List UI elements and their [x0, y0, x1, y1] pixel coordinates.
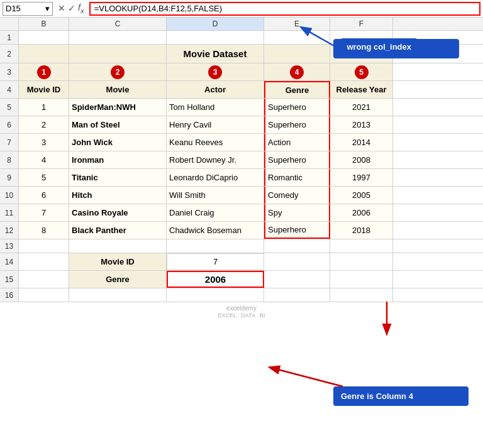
row-7: 7 3 John Wick Keanu Reeves Action 2014 [0, 134, 483, 151]
cell-d11[interactable]: Daniel Craig [167, 204, 264, 221]
fx-icon: fx [78, 3, 84, 14]
cell-b2[interactable] [19, 45, 69, 63]
cell-f14[interactable] [330, 253, 393, 270]
cell-f12[interactable]: 2018 [330, 222, 393, 239]
row-13: 13 [0, 239, 483, 253]
cell-b15[interactable] [19, 271, 69, 288]
cell-b6[interactable]: 2 [19, 116, 69, 133]
cell-b1[interactable] [19, 31, 69, 45]
col-header-b[interactable]: B [19, 18, 69, 30]
row-3: 3 1 2 3 4 5 [0, 63, 483, 81]
cell-b14[interactable] [19, 253, 69, 270]
cell-e1[interactable] [264, 31, 330, 45]
cell-f15[interactable] [330, 271, 393, 288]
formula-text: =VLOOKUP(D14,B4:F12,5,FALSE) [94, 4, 222, 13]
row-15: 15 Genre 2006 [0, 271, 483, 288]
row-num-1: 1 [0, 31, 19, 44]
cell-e15[interactable] [264, 271, 330, 288]
cell-b13[interactable] [19, 239, 69, 253]
cell-f5[interactable]: 2021 [330, 99, 393, 116]
spreadsheet-container: D15 ▾ ✕ ✓ fx =VLOOKUP(D14,B4:F12,5,FALSE… [0, 0, 483, 321]
badge-2-cell: 2 [69, 63, 167, 80]
cell-d16[interactable] [167, 288, 264, 302]
formula-bar: D15 ▾ ✕ ✓ fx =VLOOKUP(D14,B4:F12,5,FALSE… [0, 0, 483, 18]
cell-e7[interactable]: Action [264, 134, 330, 151]
cell-d5[interactable]: Tom Holland [167, 99, 264, 116]
col-header-e[interactable]: E [264, 18, 330, 30]
cell-f6[interactable]: 2013 [330, 116, 393, 133]
row-num-5: 5 [0, 99, 19, 116]
cell-e16[interactable] [264, 288, 330, 302]
cell-reference-box[interactable]: D15 ▾ [3, 2, 53, 16]
badge-2: 2 [111, 65, 125, 79]
badge-1: 1 [37, 65, 51, 79]
cell-d13[interactable] [167, 239, 264, 253]
cell-c5[interactable]: SpiderMan:NWH [69, 99, 167, 116]
cell-f16[interactable] [330, 288, 393, 302]
cell-c12[interactable]: Black Panther [69, 222, 167, 239]
cell-f10[interactable]: 2005 [330, 187, 393, 204]
cell-e11[interactable]: Spy [264, 204, 330, 221]
cell-e6[interactable]: Superhero [264, 116, 330, 133]
header-genre: Genre [264, 81, 330, 98]
row-num-16: 16 [0, 288, 19, 302]
cell-d12[interactable]: Chadwick Boseman [167, 222, 264, 239]
cell-b9[interactable]: 5 [19, 169, 69, 186]
cell-d8[interactable]: Robert Downey Jr. [167, 151, 264, 168]
cell-f13[interactable] [330, 239, 393, 253]
cell-e10[interactable]: Comedy [264, 187, 330, 204]
cell-b8[interactable]: 4 [19, 151, 69, 168]
cell-d9[interactable]: Leonardo DiCaprio [167, 169, 264, 186]
badge-1-cell: 1 [19, 63, 69, 80]
cell-c16[interactable] [69, 288, 167, 302]
cell-c13[interactable] [69, 239, 167, 253]
cell-e8[interactable]: Superhero [264, 151, 330, 168]
cell-b11[interactable]: 7 [19, 204, 69, 221]
formula-icons: ✕ ✓ fx [55, 3, 87, 14]
cell-e5[interactable]: Superhero [264, 99, 330, 116]
cell-f8[interactable]: 2008 [330, 151, 393, 168]
cell-f11[interactable]: 2006 [330, 204, 393, 221]
cell-c9[interactable]: Titanic [69, 169, 167, 186]
cell-e2[interactable]: wrong col_index [264, 45, 330, 63]
svg-line-1 [270, 368, 343, 386]
cell-e12[interactable]: Superhero [264, 222, 330, 239]
cell-c11[interactable]: Casino Royale [69, 204, 167, 221]
row-num-2: 2 [0, 45, 19, 63]
cell-c2[interactable] [69, 45, 167, 63]
wrong-col-index-callout: wrong col_index [340, 38, 418, 55]
col-header-d[interactable]: D [167, 18, 264, 30]
confirm-icon[interactable]: ✓ [68, 3, 75, 13]
cell-c1[interactable] [69, 31, 167, 45]
cell-d1[interactable] [167, 31, 264, 45]
badge-4: 4 [290, 65, 304, 79]
row-num-9: 9 [0, 169, 19, 186]
cell-b16[interactable] [19, 288, 69, 302]
cell-e9[interactable]: Romantic [264, 169, 330, 186]
cell-d10[interactable]: Will Smith [167, 187, 264, 204]
cell-b10[interactable]: 6 [19, 187, 69, 204]
lookup-value-movie-id[interactable]: 7 [167, 253, 264, 270]
cell-c7[interactable]: John Wick [69, 134, 167, 151]
cell-c6[interactable]: Man of Steel [69, 116, 167, 133]
row-10: 10 6 Hitch Will Smith Comedy 2005 [0, 187, 483, 204]
cell-d7[interactable]: Keanu Reeves [167, 134, 264, 151]
cancel-icon[interactable]: ✕ [58, 3, 65, 13]
cell-ref-text: D15 [6, 4, 21, 13]
cell-f9[interactable]: 1997 [330, 169, 393, 186]
cell-c10[interactable]: Hitch [69, 187, 167, 204]
col-header-c[interactable]: C [69, 18, 167, 30]
cell-d6[interactable]: Henry Cavil [167, 116, 264, 133]
cell-ref-dropdown-icon[interactable]: ▾ [45, 4, 50, 13]
cell-f7[interactable]: 2014 [330, 134, 393, 151]
cell-b7[interactable]: 3 [19, 134, 69, 151]
lookup-result-genre[interactable]: 2006 [167, 271, 264, 288]
cell-b12[interactable]: 8 [19, 222, 69, 239]
row-8: 8 4 Ironman Robert Downey Jr. Superhero … [0, 151, 483, 169]
cell-e14[interactable] [264, 253, 330, 270]
cell-c8[interactable]: Ironman [69, 151, 167, 168]
row-num-7: 7 [0, 134, 19, 151]
col-header-f[interactable]: F [330, 18, 393, 30]
cell-b5[interactable]: 1 [19, 99, 69, 116]
cell-e13[interactable] [264, 239, 330, 253]
